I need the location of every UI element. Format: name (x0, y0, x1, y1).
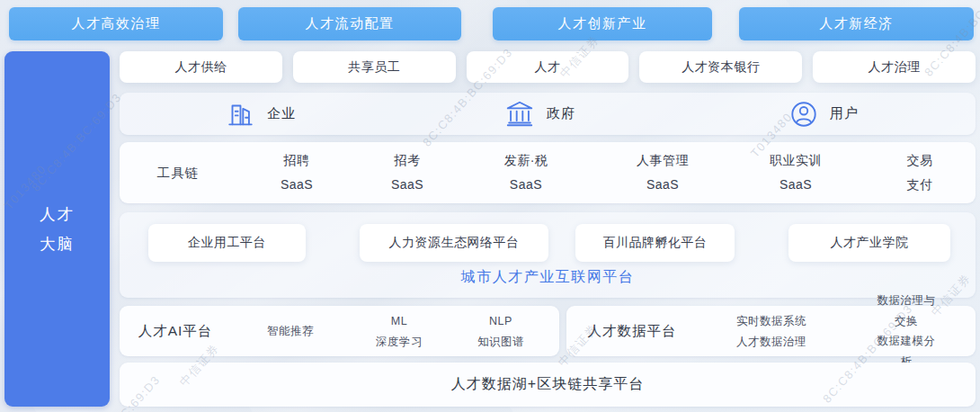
toolchain-item-line: 职业实训 (770, 148, 822, 173)
supply-box-talent-governance: 人才治理 (813, 51, 976, 83)
data-item-realtime-governance: 实时数据系统 人才数据治理 (736, 311, 806, 352)
toolchain-item-line: 招聘 (281, 148, 313, 173)
ai-platform-title: 人才AI平台 (138, 322, 213, 341)
tab-flow-allocation: 人才流动配置 (238, 7, 461, 40)
actor-enterprise: 企业 (225, 93, 296, 135)
building-icon (225, 99, 255, 130)
ai-item-ml-deep-learning: ML 深度学习 (376, 311, 423, 352)
sidebar-talent-brain: 人才 大脑 (4, 51, 110, 407)
toolchain-item-line: 人事管理 (637, 148, 689, 173)
toolchain-item-line: 发薪·税 (504, 148, 548, 173)
toolchain-recruit-saas: 招聘 SaaS (281, 148, 313, 198)
toolchain-hr-management-saas: 人事管理 SaaS (637, 148, 689, 198)
platform-baichuan-brand-incubation: 百川品牌孵化平台 (575, 224, 735, 262)
toolchain-trade-payment: 交易 支付 (907, 148, 933, 198)
ai-item-smart-recommendation: 智能推荐 (267, 321, 314, 342)
data-item-line: 数据治理与交换 (872, 291, 941, 331)
ai-item-line: 智能推荐 (267, 321, 314, 342)
toolchain-item-line: SaaS (770, 173, 822, 197)
tab-new-economy: 人才新经济 (739, 7, 974, 40)
toolchain-item-line: SaaS (637, 173, 689, 197)
bank-icon (504, 99, 535, 130)
talent-platform-diagram: 人才高效治理 人才流动配置 人才创新产业 人才新经济 人才 大脑 人才供给 共享… (0, 0, 980, 412)
actor-enterprise-label: 企业 (267, 105, 296, 122)
supply-box-talent-capital-bank: 人才资本银行 (639, 51, 802, 83)
tab-innovation-industry: 人才创新产业 (493, 7, 712, 40)
toolchain-exam-saas: 招考 SaaS (391, 148, 423, 198)
supply-box-talent: 人才 (467, 51, 629, 83)
data-lake-blockchain-bar: 人才数据湖+区块链共享平台 (120, 363, 976, 407)
platform-hr-eco-network: 人力资源生态网络平台 (360, 224, 548, 262)
toolchain-item-line: 支付 (907, 173, 933, 197)
actor-government-label: 政府 (547, 105, 575, 122)
ai-item-line: ML (376, 311, 423, 332)
ai-item-line: 知识图谱 (477, 331, 524, 352)
platform-enterprise-employment: 企业用工平台 (148, 224, 306, 262)
toolchain-payroll-tax-saas: 发薪·税 SaaS (504, 148, 548, 198)
city-platform-panel: 企业用工平台 人力资源生态网络平台 百川品牌孵化平台 人才产业学院 城市人才产业… (120, 212, 976, 298)
data-item-line: 实时数据系统 (736, 311, 806, 332)
actors-panel: 企业 政府 用户 (120, 93, 976, 135)
data-item-line: 人才数据治理 (736, 331, 806, 352)
toolchain-panel: 工具链 招聘 SaaS 招考 SaaS 发薪·税 SaaS 人事管理 SaaS … (120, 142, 976, 203)
actor-government: 政府 (504, 93, 575, 135)
sidebar-talent-brain-label: 人才 大脑 (40, 200, 75, 258)
actor-user: 用户 (789, 93, 859, 135)
toolchain-vocational-training-saas: 职业实训 SaaS (770, 148, 822, 198)
toolchain-item-line: SaaS (391, 173, 423, 197)
ai-item-nlp-knowledge-graph: NLP 知识图谱 (477, 311, 524, 352)
ai-item-line: NLP (477, 311, 524, 332)
toolchain-item-line: 交易 (907, 148, 933, 173)
data-platform-title: 人才数据平台 (588, 322, 677, 341)
user-icon (789, 100, 818, 129)
data-lake-blockchain-label: 人才数据湖+区块链共享平台 (451, 375, 644, 394)
toolchain-item-line: SaaS (281, 173, 313, 197)
platform-talent-industry-academy: 人才产业学院 (788, 224, 950, 262)
ai-item-line: 深度学习 (376, 331, 423, 352)
toolchain-item-line: SaaS (504, 173, 548, 197)
ai-platform-panel: 人才AI平台 智能推荐 ML 深度学习 NLP 知识图谱 (120, 306, 559, 356)
data-item-exchange-modeling: 数据治理与交换 数据建模分析 (872, 291, 941, 372)
tab-efficient-governance: 人才高效治理 (9, 7, 223, 40)
supply-row: 人才供给 共享员工 人才 人才资本银行 人才治理 (120, 51, 976, 83)
toolchain-item-line: 招考 (391, 148, 423, 173)
actor-user-label: 用户 (830, 105, 859, 122)
toolchain-title: 工具链 (157, 165, 200, 182)
city-platform-caption: 城市人才产业互联网平台 (120, 268, 976, 287)
data-platform-panel: 人才数据平台 实时数据系统 人才数据治理 数据治理与交换 数据建模分析 (566, 306, 976, 356)
supply-box-shared-staff: 共享员工 (293, 51, 456, 83)
supply-box-talent-supply: 人才供给 (120, 51, 282, 83)
